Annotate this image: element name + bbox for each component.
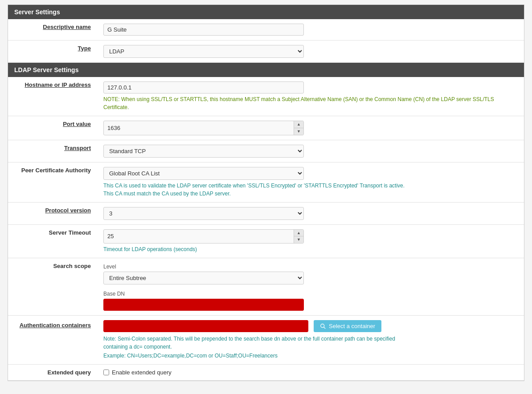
hostname-note: NOTE: When using SSL/TLS or STARTTLS, th… bbox=[103, 95, 504, 111]
type-select[interactable]: LDAP bbox=[103, 45, 304, 58]
peer-ca-value-cell: Global Root CA List This CA is used to v… bbox=[97, 162, 524, 202]
server-timeout-spinner: ▲ ▼ bbox=[103, 229, 304, 244]
search-scope-label-cell: Search scope bbox=[8, 258, 97, 316]
ldap-settings-table: Hostname or IP address NOTE: When using … bbox=[8, 77, 524, 381]
svg-point-0 bbox=[321, 324, 324, 327]
protocol-version-label: Protocol version bbox=[45, 207, 91, 214]
auth-containers-label-cell: Authentication containers bbox=[8, 316, 97, 365]
server-timeout-note: Timeout for LDAP operations (seconds) bbox=[103, 245, 415, 253]
descriptive-name-value-cell bbox=[97, 19, 524, 41]
extended-query-label-cell: Extended query bbox=[8, 365, 97, 381]
search-scope-value-cell: Level Entire Subtree Base DN bbox=[97, 258, 524, 316]
base-dn-label: Base DN bbox=[103, 291, 518, 297]
server-timeout-label-cell: Server Timeout bbox=[8, 224, 97, 258]
server-settings-header: Server Settings bbox=[8, 5, 524, 19]
port-spinner-buttons: ▲ ▼ bbox=[294, 121, 303, 135]
protocol-version-label-cell: Protocol version bbox=[8, 202, 97, 224]
select-container-label: Select a container bbox=[329, 323, 375, 329]
auth-containers-note1: Note: Semi-Colon separated. This will be… bbox=[103, 335, 415, 351]
extended-query-checkbox[interactable] bbox=[103, 370, 109, 375]
search-scope-label: Search scope bbox=[53, 263, 91, 269]
search-scope-row: Search scope Level Entire Subtree Base D… bbox=[8, 258, 524, 316]
port-spinner: ▲ ▼ bbox=[103, 121, 304, 135]
peer-ca-note: This CA is used to validate the LDAP ser… bbox=[103, 182, 415, 198]
protocol-version-value-cell: 3 bbox=[97, 202, 524, 224]
descriptive-name-label: Descriptive name bbox=[43, 24, 91, 30]
hostname-label-cell: Hostname or IP address bbox=[8, 77, 97, 116]
auth-containers-input[interactable] bbox=[103, 320, 308, 332]
port-increment-button[interactable]: ▲ bbox=[294, 121, 303, 128]
descriptive-name-label-cell: Descriptive name bbox=[8, 19, 97, 41]
extended-query-value-cell: Enable extended query bbox=[97, 365, 524, 381]
port-value-cell: ▲ ▼ bbox=[97, 116, 524, 140]
transport-label-cell: Transport bbox=[8, 140, 97, 162]
extended-query-checkbox-text: Enable extended query bbox=[112, 369, 172, 376]
type-label: Type bbox=[78, 45, 91, 52]
type-label-cell: Type bbox=[8, 41, 97, 63]
extended-query-label: Extended query bbox=[47, 369, 91, 376]
search-scope-level-label: Level bbox=[103, 264, 518, 270]
port-label: Port value bbox=[63, 121, 91, 127]
hostname-row: Hostname or IP address NOTE: When using … bbox=[8, 77, 524, 116]
peer-ca-select[interactable]: Global Root CA List bbox=[103, 167, 304, 180]
server-timeout-spinner-buttons: ▲ ▼ bbox=[294, 230, 303, 244]
port-input[interactable] bbox=[104, 122, 294, 134]
hostname-input[interactable] bbox=[103, 81, 304, 93]
base-dn-input[interactable] bbox=[103, 299, 304, 311]
server-timeout-label: Server Timeout bbox=[49, 229, 91, 236]
server-timeout-value-cell: ▲ ▼ Timeout for LDAP operations (seconds… bbox=[97, 224, 524, 258]
peer-ca-label: Peer Certificate Authority bbox=[21, 167, 91, 174]
auth-containers-value-cell: Select a container Note: Semi-Colon sepa… bbox=[97, 316, 524, 365]
port-decrement-button[interactable]: ▼ bbox=[294, 128, 303, 135]
protocol-version-select[interactable]: 3 bbox=[103, 207, 304, 220]
svg-line-1 bbox=[324, 327, 326, 329]
descriptive-name-input[interactable] bbox=[103, 24, 304, 36]
auth-containers-label: Authentication containers bbox=[20, 322, 91, 329]
peer-ca-label-cell: Peer Certificate Authority bbox=[8, 162, 97, 202]
server-settings-table: Descriptive name Type LDAP bbox=[8, 19, 524, 63]
type-value-cell: LDAP bbox=[97, 41, 524, 63]
select-container-button[interactable]: Select a container bbox=[314, 320, 381, 332]
type-row: Type LDAP bbox=[8, 41, 524, 63]
server-timeout-input[interactable] bbox=[104, 231, 294, 242]
server-timeout-decrement-button[interactable]: ▼ bbox=[294, 236, 303, 243]
port-row: Port value ▲ ▼ bbox=[8, 116, 524, 140]
transport-row: Transport Standard TCP bbox=[8, 140, 524, 162]
protocol-version-row: Protocol version 3 bbox=[8, 202, 524, 224]
server-timeout-row: Server Timeout ▲ ▼ Timeout for LDAP oper… bbox=[8, 224, 524, 258]
auth-containers-input-row: Select a container bbox=[103, 320, 518, 332]
extended-query-checkbox-label[interactable]: Enable extended query bbox=[103, 369, 518, 376]
page-wrapper: Server Settings Descriptive name Type LD… bbox=[8, 4, 524, 381]
auth-containers-row: Authentication containers Select a conta… bbox=[8, 316, 524, 365]
server-timeout-increment-button[interactable]: ▲ bbox=[294, 230, 303, 237]
transport-label: Transport bbox=[64, 145, 91, 151]
auth-containers-note2: Example: CN=Users;DC=example,DC=com or O… bbox=[103, 352, 415, 360]
search-icon bbox=[320, 323, 326, 329]
transport-select[interactable]: Standard TCP bbox=[103, 145, 304, 158]
peer-ca-row: Peer Certificate Authority Global Root C… bbox=[8, 162, 524, 202]
hostname-value-cell: NOTE: When using SSL/TLS or STARTTLS, th… bbox=[97, 77, 524, 116]
search-scope-select[interactable]: Entire Subtree bbox=[103, 272, 304, 284]
descriptive-name-row: Descriptive name bbox=[8, 19, 524, 41]
hostname-label: Hostname or IP address bbox=[25, 81, 91, 88]
ldap-settings-header: LDAP Server Settings bbox=[8, 63, 524, 77]
transport-value-cell: Standard TCP bbox=[97, 140, 524, 162]
port-label-cell: Port value bbox=[8, 116, 97, 140]
extended-query-row: Extended query Enable extended query bbox=[8, 365, 524, 381]
